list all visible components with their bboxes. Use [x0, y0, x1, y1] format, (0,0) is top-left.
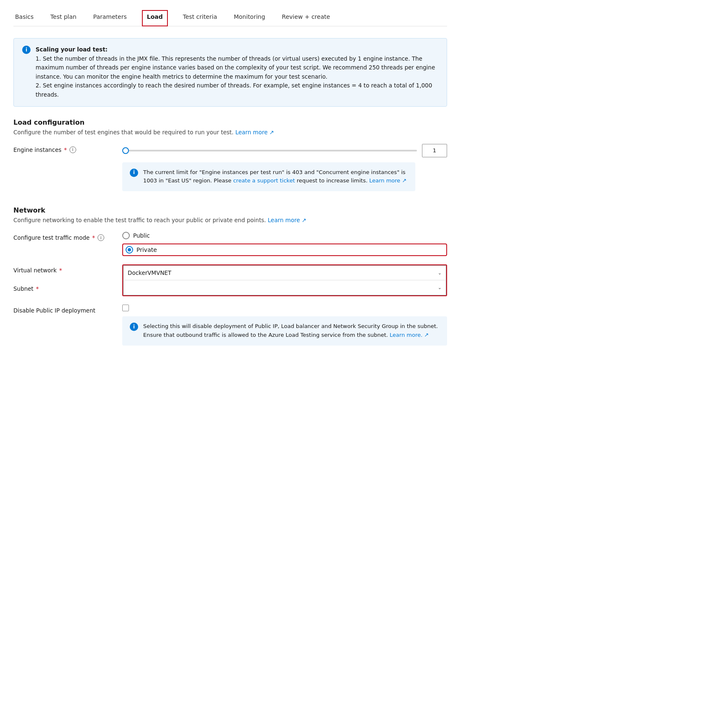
disable-public-ip-info-box: i Selecting this will disable deployment…	[122, 316, 447, 346]
tab-test-plan[interactable]: Test plan	[49, 10, 78, 26]
disable-public-ip-checkbox[interactable]	[122, 305, 447, 311]
traffic-mode-info-icon[interactable]: i	[98, 234, 104, 241]
radio-private-wrapper[interactable]: Private	[122, 244, 447, 256]
subnet-chevron-icon: ⌄	[438, 285, 442, 290]
network-desc: Configure networking to enable the test …	[13, 217, 447, 223]
external-link-icon: ↗	[270, 129, 274, 136]
virtual-network-row: Virtual network * Subnet * DockerVMVNET …	[13, 264, 447, 296]
virtual-network-select[interactable]: DockerVMVNET ⌄	[123, 265, 446, 280]
tab-test-criteria[interactable]: Test criteria	[181, 10, 219, 26]
virtual-network-required-marker: *	[59, 267, 62, 274]
disable-public-ip-control: i Selecting this will disable deployment…	[122, 305, 447, 346]
slider-thumb[interactable]	[122, 147, 129, 154]
radio-public[interactable]: Public	[122, 232, 447, 239]
disable-learn-more-link[interactable]: Learn more. ↗	[390, 332, 429, 338]
scaling-info-text: Scaling your load test: 1. Set the numbe…	[36, 45, 438, 100]
engine-instances-info-icon[interactable]: i	[69, 146, 76, 153]
tab-load[interactable]: Load	[142, 10, 168, 26]
virtual-network-label: Virtual network *	[13, 264, 122, 274]
engine-instances-required-marker: *	[64, 146, 67, 153]
traffic-mode-control: Public Private	[122, 232, 447, 256]
disable-public-ip-checkbox-box[interactable]	[122, 305, 129, 311]
disable-public-ip-label: Disable Public IP deployment	[13, 305, 122, 314]
disable-external-link-icon: ↗	[424, 332, 429, 338]
engine-info-text: The current limit for "Engine instances …	[143, 168, 408, 186]
radio-private-label: Private	[136, 246, 157, 253]
tab-review-create[interactable]: Review + create	[280, 10, 332, 26]
engine-instances-label: Engine instances * i	[13, 144, 122, 153]
subnet-select[interactable]: ⌄	[123, 280, 446, 295]
subnet-required-marker: *	[36, 285, 39, 292]
radio-private-inner	[128, 248, 131, 251]
tab-parameters[interactable]: Parameters	[92, 10, 129, 26]
radio-public-label: Public	[133, 232, 150, 239]
tab-navigation: BasicsTest planParametersLoadTest criter…	[13, 10, 447, 26]
load-config-learn-more-link[interactable]: Learn more ↗	[235, 129, 274, 136]
engine-learn-more-link[interactable]: Learn more ↗	[369, 177, 406, 184]
info-icon: i	[22, 46, 31, 54]
engine-instances-slider-track[interactable]	[122, 150, 417, 151]
engine-instances-slider-row: 1	[122, 144, 447, 157]
network-section: Network Configure networking to enable t…	[13, 206, 447, 346]
network-title: Network	[13, 206, 447, 214]
engine-info-icon: i	[130, 169, 138, 177]
create-support-ticket-link[interactable]: create a support ticket	[233, 177, 295, 184]
engine-instances-row: Engine instances * i 1 i The current lim…	[13, 144, 447, 192]
engine-instances-control: 1 i The current limit for "Engine instan…	[122, 144, 447, 192]
disable-info-text: Selecting this will disable deployment o…	[143, 322, 440, 340]
radio-private-button[interactable]	[126, 246, 133, 254]
engine-external-link-icon: ↗	[402, 177, 406, 184]
tab-monitoring[interactable]: Monitoring	[232, 10, 267, 26]
load-config-desc: Configure the number of test engines tha…	[13, 129, 447, 136]
disable-public-ip-row: Disable Public IP deployment i Selecting…	[13, 305, 447, 346]
subnet-label: Subnet *	[13, 283, 122, 292]
engine-instances-value-box[interactable]: 1	[422, 144, 447, 157]
virtual-network-value: DockerVMVNET	[128, 269, 171, 276]
traffic-mode-required-marker: *	[92, 234, 95, 241]
load-config-title: Load configuration	[13, 118, 447, 126]
traffic-mode-row: Configure test traffic mode * i Public P…	[13, 232, 447, 256]
scaling-info-banner: i Scaling your load test: 1. Set the num…	[13, 38, 447, 107]
network-external-link-icon: ↗	[302, 217, 306, 223]
traffic-mode-radio-group: Public Private	[122, 232, 447, 256]
virtual-network-chevron-icon: ⌄	[438, 270, 442, 276]
network-learn-more-link[interactable]: Learn more ↗	[268, 217, 307, 223]
tab-basics[interactable]: Basics	[13, 10, 35, 26]
traffic-mode-label: Configure test traffic mode * i	[13, 232, 122, 241]
radio-public-button[interactable]	[122, 232, 130, 239]
disable-info-icon: i	[130, 323, 138, 331]
engine-instances-info-box: i The current limit for "Engine instance…	[122, 162, 415, 192]
vnet-subnet-container: DockerVMVNET ⌄ ⌄	[122, 264, 447, 296]
